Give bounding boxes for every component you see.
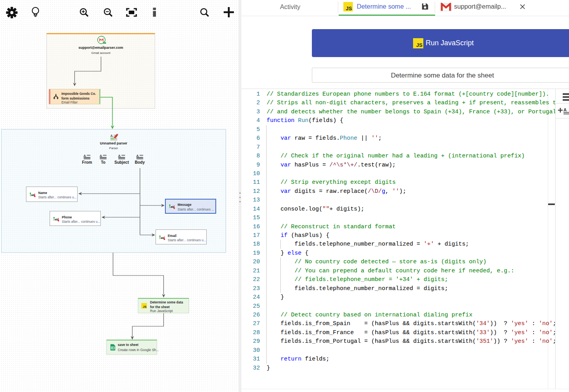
svg-text:ab: ab <box>31 194 34 196</box>
svg-text:A: A <box>563 107 567 112</box>
svg-text:ab: ab <box>161 237 164 239</box>
svg-text:ab: ab <box>55 218 58 221</box>
svg-text:ab: ab <box>171 205 174 208</box>
